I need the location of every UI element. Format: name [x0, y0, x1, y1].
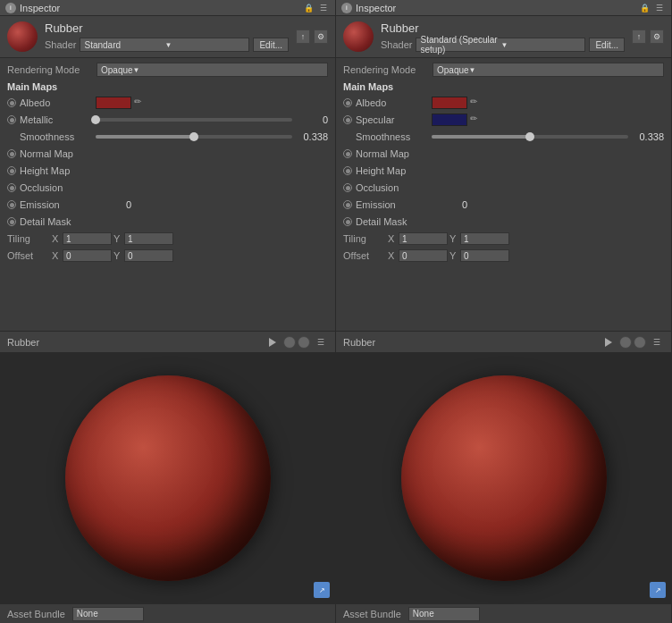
- edit-btn-right[interactable]: Edit...: [589, 38, 625, 52]
- inspector-header-icons-right: 🔒 ☰: [638, 2, 666, 14]
- tiling-label-right: Tiling: [343, 233, 388, 244]
- save-icon-right[interactable]: ↑: [632, 29, 646, 44]
- smoothness-slider-right[interactable]: [432, 135, 628, 139]
- offset-label-right: Offset: [343, 250, 388, 261]
- albedo-swatch-right[interactable]: [432, 97, 467, 109]
- specular-eyedropper-right[interactable]: ✏: [470, 114, 483, 126]
- tiling-y-input-left[interactable]: [124, 232, 173, 245]
- preview-menu-left[interactable]: ☰: [314, 335, 328, 349]
- asset-bundle-dropdown-left[interactable]: None: [72, 607, 144, 621]
- settings-icon-right[interactable]: ⚙: [650, 29, 664, 44]
- rendering-dropdown-right[interactable]: Opaque ▼: [433, 63, 664, 77]
- offset-x-label-right: X: [388, 250, 397, 261]
- smoothness-fill-right: [432, 135, 530, 139]
- dropdown-arrow-left: ▼: [164, 41, 245, 49]
- albedo-toggle-right[interactable]: [343, 98, 352, 107]
- smoothness-value-left: 0.338: [292, 131, 328, 142]
- properties-wrapper-right: Rendering Mode Opaque ▼ Main Maps Albedo…: [336, 58, 671, 331]
- offset-y-input-left[interactable]: [124, 249, 173, 262]
- offset-x-input-left[interactable]: [63, 249, 112, 262]
- tiling-y-input-right[interactable]: [460, 232, 509, 245]
- play-btn-left[interactable]: [265, 335, 280, 349]
- menu-icon-left[interactable]: ☰: [317, 2, 330, 14]
- specular-swatch-right[interactable]: [432, 114, 467, 126]
- smoothness-row-right: Smoothness 0.338: [343, 129, 664, 145]
- metallic-slider-left[interactable]: [96, 118, 292, 122]
- smoothness-label-left: Smoothness: [20, 131, 96, 142]
- emission-toggle-left[interactable]: [7, 200, 16, 209]
- normal-toggle-left[interactable]: [7, 149, 16, 158]
- tiling-label-left: Tiling: [7, 233, 52, 244]
- tiling-x-input-left[interactable]: [63, 232, 112, 245]
- height-map-row-left: Height Map: [7, 163, 328, 179]
- material-preview-sphere-right: [343, 21, 374, 52]
- detail-toggle-right[interactable]: [343, 217, 352, 226]
- offset-coords-left: X Y: [52, 249, 328, 262]
- lock-icon-left[interactable]: 🔒: [302, 2, 315, 14]
- circle-btn-1-left[interactable]: [283, 336, 296, 349]
- offset-x-label-left: X: [52, 250, 61, 261]
- emission-toggle-right[interactable]: [343, 200, 352, 209]
- metallic-label-left: Metallic: [20, 114, 96, 125]
- play-triangle-right: [605, 338, 612, 347]
- normal-toggle-right[interactable]: [343, 149, 352, 158]
- occlusion-row-right: Occlusion: [343, 180, 664, 196]
- albedo-swatch-left[interactable]: [96, 97, 131, 109]
- specular-row-right: Specular ✏: [343, 112, 664, 128]
- shader-row-left: Shader Standard ▼ Edit...: [45, 38, 289, 52]
- material-preview-sphere-left: [7, 21, 38, 52]
- offset-y-input-right[interactable]: [460, 249, 509, 262]
- normal-map-row-right: Normal Map: [343, 146, 664, 162]
- corner-icon-left[interactable]: ↗: [314, 582, 330, 598]
- offset-y-label-right: Y: [449, 250, 458, 261]
- height-toggle-left[interactable]: [7, 166, 16, 175]
- preview-menu-right[interactable]: ☰: [650, 335, 664, 349]
- shader-dropdown-right[interactable]: Standard (Specular setup) ▼: [416, 38, 585, 52]
- detail-mask-row-left: Detail Mask: [7, 214, 328, 230]
- albedo-eyedropper-right[interactable]: ✏: [470, 97, 483, 109]
- normal-label-left: Normal Map: [20, 148, 96, 159]
- preview-header-left: Rubber ☰: [0, 332, 335, 353]
- circle-btn-2-right[interactable]: [634, 336, 646, 349]
- save-icon-left[interactable]: ↑: [296, 29, 310, 44]
- specular-toggle-right[interactable]: [343, 115, 352, 124]
- material-icons-right-left: ↑ ⚙: [296, 29, 328, 44]
- tiling-x-label-right: X: [388, 233, 397, 244]
- menu-icon-right[interactable]: ☰: [653, 2, 666, 14]
- smoothness-value-right: 0.338: [628, 131, 664, 142]
- left-panel: i Inspector 🔒 ☰ Rubber Shader Standard ▼…: [0, 0, 336, 623]
- preview-section-right: Rubber ☰ ↗: [336, 331, 671, 603]
- tiling-x-input-right[interactable]: [399, 232, 448, 245]
- albedo-toggle-left[interactable]: [7, 98, 16, 107]
- albedo-eyedropper-left[interactable]: ✏: [134, 97, 147, 109]
- material-info-left: Rubber Shader Standard ▼ Edit...: [45, 21, 289, 52]
- settings-icon-left[interactable]: ⚙: [314, 29, 328, 44]
- smoothness-slider-left[interactable]: [96, 135, 292, 139]
- smoothness-thumb-right: [525, 132, 534, 141]
- offset-coords-right: X Y: [388, 249, 664, 262]
- shader-dropdown-left[interactable]: Standard ▼: [80, 38, 249, 52]
- shader-row-right: Shader Standard (Specular setup) ▼ Edit.…: [381, 38, 625, 52]
- asset-bundle-label-left: Asset Bundle: [7, 609, 65, 619]
- asset-bundle-dropdown-right[interactable]: None: [408, 607, 480, 621]
- detail-toggle-left[interactable]: [7, 217, 16, 226]
- offset-x-input-right[interactable]: [399, 249, 448, 262]
- rendering-dropdown-left[interactable]: Opaque ▼: [97, 63, 328, 77]
- offset-row-left: Offset X Y: [7, 248, 328, 264]
- occlusion-toggle-left[interactable]: [7, 183, 16, 192]
- tiling-coords-right: X Y: [388, 232, 664, 245]
- edit-btn-left[interactable]: Edit...: [253, 38, 289, 52]
- height-toggle-right[interactable]: [343, 166, 352, 175]
- main-maps-title-right: Main Maps: [343, 81, 664, 92]
- main-maps-title-left: Main Maps: [7, 81, 328, 92]
- circle-btn-1-right[interactable]: [619, 336, 632, 349]
- circle-btn-2-left[interactable]: [298, 336, 310, 349]
- albedo-label-left: Albedo: [20, 97, 96, 108]
- occlusion-toggle-right[interactable]: [343, 183, 352, 192]
- play-btn-right[interactable]: [601, 335, 616, 349]
- right-panel: i Inspector 🔒 ☰ Rubber Shader Standard (…: [336, 0, 672, 623]
- lock-icon-right[interactable]: 🔒: [638, 2, 651, 14]
- metallic-toggle-left[interactable]: [7, 115, 16, 124]
- corner-icon-right[interactable]: ↗: [650, 582, 666, 598]
- smoothness-row-left: Smoothness 0.338: [7, 129, 328, 145]
